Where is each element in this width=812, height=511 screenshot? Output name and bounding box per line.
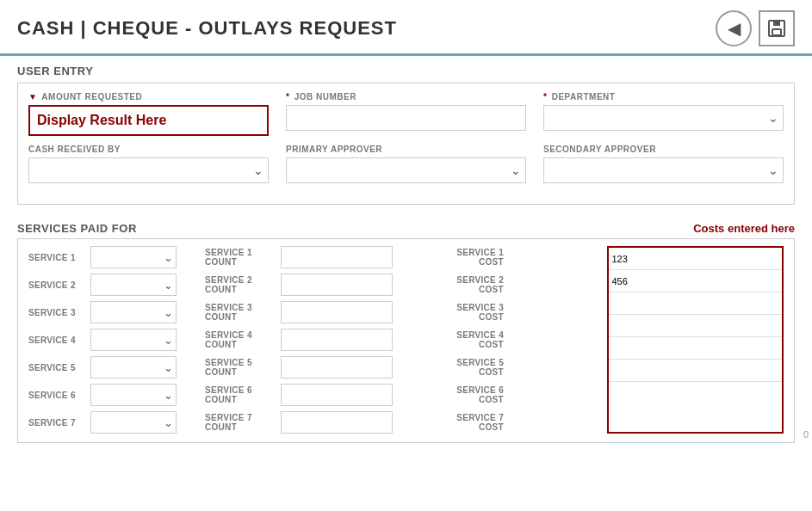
service-4-count-input[interactable] <box>281 329 393 351</box>
service-5-count-input[interactable] <box>281 356 393 379</box>
service-7-cost-input[interactable] <box>609 382 783 404</box>
service-6-label: SERVICE 6 <box>28 391 90 400</box>
service-3-cost-input[interactable] <box>609 292 783 315</box>
service-6-cost-input[interactable] <box>609 360 783 382</box>
cost-row: SERVICE 6 COST <box>433 384 607 406</box>
secondary-approver-select[interactable] <box>543 157 784 183</box>
page-title: CASH | CHEQUE - OUTLAYS REQUEST <box>17 17 397 40</box>
cost-row: SERVICE 3 COST <box>433 301 607 323</box>
service-4-select-wrapper: ⌄ <box>90 329 177 351</box>
service-1-count-input[interactable] <box>281 246 393 268</box>
service-row: SERVICE 6⌄ <box>28 384 196 406</box>
service-7-select-wrapper: ⌄ <box>90 411 177 434</box>
header-icons: ◀ <box>716 10 795 46</box>
department-label: * DEPARTMENT <box>543 92 784 102</box>
page-header: CASH | CHEQUE - OUTLAYS REQUEST ◀ <box>0 0 812 56</box>
service-1-label: SERVICE 1 <box>28 253 90 262</box>
service-row: SERVICE 2⌄ <box>28 274 196 296</box>
service-row: SERVICE 1⌄ <box>28 246 196 268</box>
service-6-select-wrapper: ⌄ <box>90 384 177 406</box>
primary-approver-label: PRIMARY APPROVER <box>286 145 526 154</box>
cash-received-by-select-wrapper: ⌄ <box>28 157 269 183</box>
amount-requested-field: ▼ AMOUNT REQUESTED Display Result Here <box>28 92 269 136</box>
count-row: SERVICE 2 COUNT <box>205 274 425 296</box>
count-row: SERVICE 5 COUNT <box>205 356 425 379</box>
service-4-label: SERVICE 4 <box>28 336 90 345</box>
services-header: SERVICES PAID FOR Costs entered here <box>0 213 812 238</box>
service-5-select-wrapper: ⌄ <box>90 356 177 379</box>
department-select[interactable] <box>543 105 784 131</box>
service-2-cost-input[interactable] <box>609 270 783 292</box>
svg-rect-1 <box>773 21 780 26</box>
service-6-cost-label: SERVICE 6 COST <box>433 385 511 404</box>
service-1-cost-label: SERVICE 1 COST <box>433 248 511 267</box>
service-4-select[interactable] <box>90 329 177 351</box>
amount-requested-label: ▼ AMOUNT REQUESTED <box>28 92 269 102</box>
page-container: CASH | CHEQUE - OUTLAYS REQUEST ◀ USER E… <box>0 0 812 443</box>
save-icon <box>766 18 787 39</box>
job-number-input[interactable] <box>286 105 526 131</box>
count-row: SERVICE 6 COUNT <box>205 384 425 406</box>
service-7-count-label: SERVICE 7 COUNT <box>205 413 281 432</box>
cash-received-by-select[interactable] <box>28 157 269 183</box>
primary-approver-field: PRIMARY APPROVER ⌄ <box>286 145 526 183</box>
page-number: 0 <box>803 429 809 440</box>
costs-label: Costs entered here <box>693 222 795 235</box>
service-5-cost-input[interactable] <box>609 337 783 360</box>
service-1-select[interactable] <box>90 246 177 268</box>
services-right-group: SERVICE 1 COSTSERVICE 2 COSTSERVICE 3 CO… <box>425 246 607 434</box>
service-3-label: SERVICE 3 <box>28 308 90 317</box>
primary-approver-select-wrapper: ⌄ <box>286 157 526 183</box>
service-4-cost-label: SERVICE 4 COST <box>433 330 511 349</box>
service-2-label: SERVICE 2 <box>28 280 90 290</box>
service-2-select-wrapper: ⌄ <box>90 274 177 296</box>
services-section: SERVICE 1⌄SERVICE 2⌄SERVICE 3⌄SERVICE 4⌄… <box>17 238 795 443</box>
services-mid-group: SERVICE 1 COUNTSERVICE 2 COUNTSERVICE 3 … <box>196 246 425 434</box>
service-6-count-label: SERVICE 6 COUNT <box>205 385 281 404</box>
cost-row: SERVICE 1 COST <box>433 246 607 268</box>
service-4-count-label: SERVICE 4 COUNT <box>205 330 281 349</box>
user-entry-label: USER ENTRY <box>0 56 812 83</box>
count-row: SERVICE 4 COUNT <box>205 329 425 351</box>
services-title: SERVICES PAID FOR <box>17 222 137 235</box>
service-7-cost-label: SERVICE 7 COST <box>433 413 511 432</box>
primary-approver-select[interactable] <box>286 157 526 183</box>
cash-received-by-field: CASH RECEIVED BY ⌄ <box>28 145 269 183</box>
service-5-select[interactable] <box>90 356 177 379</box>
dept-required-marker: * <box>543 92 547 102</box>
service-1-cost-input[interactable] <box>609 248 783 270</box>
service-7-select[interactable] <box>90 411 177 434</box>
job-number-label: * JOB NUMBER <box>286 92 526 102</box>
service-1-select-wrapper: ⌄ <box>90 246 177 268</box>
secondary-approver-select-wrapper: ⌄ <box>543 157 784 183</box>
secondary-approver-label: SECONDARY APPROVER <box>543 145 784 154</box>
back-button[interactable]: ◀ <box>716 10 752 46</box>
count-row: SERVICE 3 COUNT <box>205 301 425 323</box>
count-row: SERVICE 7 COUNT <box>205 411 425 434</box>
user-entry-section: ▼ AMOUNT REQUESTED Display Result Here *… <box>17 83 795 205</box>
service-3-count-label: SERVICE 3 COUNT <box>205 303 281 322</box>
service-4-cost-input[interactable] <box>609 315 783 337</box>
job-required-marker: * <box>286 92 289 102</box>
service-3-count-input[interactable] <box>281 301 393 323</box>
service-row: SERVICE 4⌄ <box>28 329 196 351</box>
service-5-cost-label: SERVICE 5 COST <box>433 358 511 377</box>
save-button[interactable] <box>759 10 795 46</box>
service-2-select[interactable] <box>90 274 177 296</box>
services-left-group: SERVICE 1⌄SERVICE 2⌄SERVICE 3⌄SERVICE 4⌄… <box>28 246 196 434</box>
service-6-select[interactable] <box>90 384 177 406</box>
department-select-wrapper: ⌄ <box>543 105 784 131</box>
service-3-select[interactable] <box>90 301 177 323</box>
cost-row: SERVICE 4 COST <box>433 329 607 351</box>
amount-requested-display[interactable]: Display Result Here <box>28 105 269 136</box>
service-5-count-label: SERVICE 5 COUNT <box>205 358 281 377</box>
cash-received-by-label: CASH RECEIVED BY <box>28 145 269 154</box>
service-6-count-input[interactable] <box>281 384 393 406</box>
cost-row: SERVICE 5 COST <box>433 356 607 379</box>
service-row: SERVICE 5⌄ <box>28 356 196 379</box>
back-icon: ◀ <box>728 18 741 39</box>
service-2-count-input[interactable] <box>281 274 393 296</box>
count-row: SERVICE 1 COUNT <box>205 246 425 268</box>
secondary-approver-field: SECONDARY APPROVER ⌄ <box>543 145 784 183</box>
service-7-count-input[interactable] <box>281 411 393 434</box>
